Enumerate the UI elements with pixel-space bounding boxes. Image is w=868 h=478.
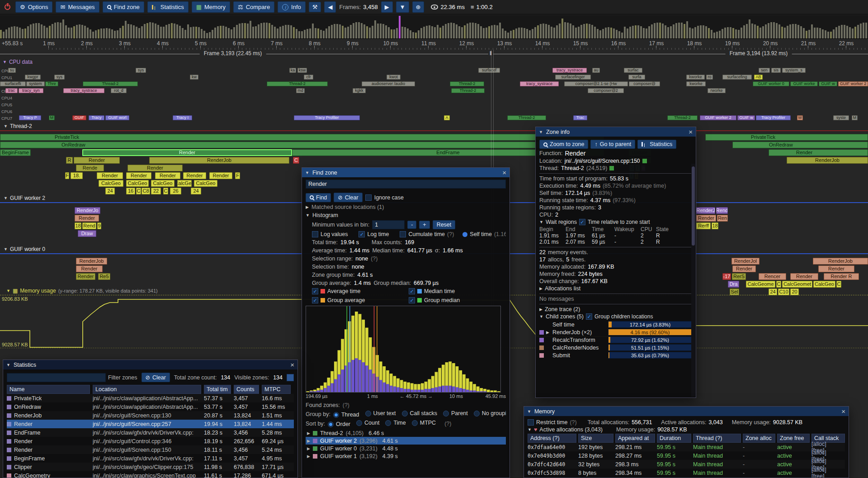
timeline-zone[interactable]: CalcGeo <box>194 180 217 187</box>
statistics-row[interactable]: Clipper jni/../jni/src/claw/gfx/geo/Clip… <box>7 463 294 471</box>
timeline-zone[interactable]: RenderJob <box>813 258 868 265</box>
statistics-row[interactable]: OnRedraw jni/../jni/src/claw/application… <box>7 402 294 411</box>
statistics-row[interactable]: EndFrame jni/../jni/src/claw/gfx/drv/vk/… <box>7 428 294 437</box>
alloc-callstack-link[interactable]: [alloc] <box>811 450 845 456</box>
zone-trace-toggle[interactable]: ▶Zone trace (2) <box>539 306 692 312</box>
column-header[interactable]: Size <box>578 434 613 443</box>
timeline-zone[interactable]: Rende <box>76 165 104 171</box>
timeline-zone[interactable]: Render <box>126 172 151 179</box>
collapse-icon[interactable]: ▼ <box>6 363 10 367</box>
group-children-checkbox[interactable] <box>586 313 592 320</box>
restrict-time-checkbox[interactable] <box>528 419 534 426</box>
timeline-zone[interactable]: 22 <box>151 188 161 194</box>
timeline-zone[interactable]: OnRedraw <box>732 142 868 148</box>
thread-zone-row[interactable]: BeginFrameRenderEndFrameUpdateRender <box>0 149 868 157</box>
timeline-zone[interactable]: OnRedraw <box>0 142 604 148</box>
radio-icon[interactable] <box>443 411 449 416</box>
timeline-zone[interactable]: Draw <box>78 230 96 237</box>
statistics-row[interactable]: Render jni/../jni/src/guif/Control.cpp:3… <box>7 437 294 445</box>
timeline-zone[interactable]: 18. <box>71 172 83 179</box>
source-file-swatch[interactable] <box>642 159 647 163</box>
histogram-option[interactable]: Log time <box>359 231 391 237</box>
radio-icon[interactable] <box>333 412 339 418</box>
close-icon[interactable]: × <box>290 361 294 368</box>
timeline-zone[interactable]: 18 <box>712 222 718 229</box>
sort-by-option[interactable]: Time <box>385 420 406 426</box>
zone-group-row[interactable]: GUIF worker 2(3,296)4.61 s <box>306 437 506 445</box>
timeline-zone[interactable]: 24 <box>191 188 201 194</box>
collapse-icon[interactable]: ▼ <box>539 130 543 134</box>
allocation-row[interactable]: 0x7dfaa64e00 192 bytes 298.21 ms 59.95 s… <box>528 443 845 451</box>
find-button[interactable]: Find <box>306 193 331 202</box>
timeline-zone[interactable]: CalcGeo <box>99 180 123 187</box>
timeline-zone[interactable]: Re5 <box>98 273 110 280</box>
increment-button[interactable]: + <box>419 221 429 229</box>
sort-by-option[interactable]: MTPC <box>412 420 436 426</box>
clear-filter-button[interactable]: ⊘Clear <box>142 373 170 382</box>
compare-button[interactable]: ⚖Compare <box>233 1 274 13</box>
allocation-row[interactable]: 0x7e049b3d00 128 bytes 298.27 ms 59.95 s… <box>528 451 845 460</box>
timeline-zone[interactable]: CalcGeo <box>151 180 175 187</box>
statistics-row[interactable]: BeginFrame jni/../jni/src/claw/gfx/drv/v… <box>7 454 294 463</box>
clear-button[interactable]: ⊘Clear <box>334 193 362 202</box>
histogram-plot[interactable] <box>306 306 501 393</box>
thread-zone-row[interactable]: OnRedrawOnRedraw <box>0 142 868 149</box>
timeline-zone[interactable]: CalcGeome <box>746 281 775 288</box>
timeline-zone[interactable]: Rend <box>716 207 728 214</box>
sort-by-option[interactable]: Order <box>328 421 350 427</box>
timeline-zone[interactable]: Render <box>209 172 232 179</box>
timeline-zone[interactable]: -17 <box>722 273 731 280</box>
timeline-zone[interactable]: 20 <box>790 289 799 295</box>
zone-group-row[interactable]: GUIF worker 0(3,231)4.48 s <box>306 445 506 452</box>
column-header[interactable]: Address (?) <box>528 434 576 443</box>
timeline-zone[interactable]: C <box>836 281 841 288</box>
timeline-zone[interactable]: Sel <box>730 289 739 295</box>
checkbox[interactable] <box>312 297 318 303</box>
radio-icon[interactable] <box>412 420 418 426</box>
close-icon[interactable]: × <box>502 169 506 176</box>
group-by-option[interactable]: User text <box>365 410 396 416</box>
child-zone-row[interactable]: ▶ Submit 35.63 µs (0.79%) <box>539 351 692 359</box>
timeline-zone[interactable]: Render <box>82 149 292 156</box>
timeline-zone[interactable]: F <box>235 172 240 179</box>
checkbox[interactable] <box>409 297 415 303</box>
statistics-row[interactable]: CalcGeometry jni/../jni/src/claw/graphic… <box>7 471 294 478</box>
checkbox[interactable] <box>312 288 318 294</box>
alloc-callstack-link[interactable]: [alloc] <box>811 467 845 473</box>
memory-button[interactable]: ▦Memory <box>192 1 230 13</box>
power-icon[interactable] <box>5 4 10 10</box>
timeline-zone[interactable]: C <box>136 188 141 194</box>
cpu-data-header[interactable]: ▼ CPU data <box>3 59 33 65</box>
timeline-zone[interactable]: Render R <box>824 273 859 280</box>
timeline-zone[interactable]: RenderJo <box>75 207 100 214</box>
timeline-zone[interactable]: C <box>293 157 299 164</box>
group-by-option[interactable]: Call stacks <box>402 410 437 416</box>
allocation-row[interactable]: 0x7dfc42d640 32 bytes 298.3 ms 59.95 s M… <box>528 460 845 469</box>
info-button[interactable]: iInfo <box>278 1 306 13</box>
active-allocations-toggle[interactable]: ▼ ♥ Active allocations (3,043) Memory us… <box>528 426 845 433</box>
timeline-zone[interactable]: RerS <box>732 273 746 280</box>
timeline-zone[interactable]: Render <box>183 172 206 179</box>
checkbox[interactable] <box>400 231 406 237</box>
radio-icon[interactable] <box>474 411 480 416</box>
timeline-zone[interactable]: PrivateTick <box>705 134 868 141</box>
sort-by-option[interactable]: Count <box>356 420 379 426</box>
statistics-row[interactable]: PrivateTick jni/../jni/src/claw/applicat… <box>7 394 294 402</box>
expand-icon[interactable]: ▶ <box>546 330 550 335</box>
collapse-icon[interactable]: ▼ <box>305 170 309 175</box>
filter-zones-input[interactable] <box>7 373 106 382</box>
statistics-button[interactable]: Statistics <box>147 1 189 13</box>
scrollbar[interactable] <box>691 164 695 397</box>
histogram-option[interactable]: Log values <box>312 231 350 237</box>
find-zone-titlebar[interactable]: ▼ Find zone × <box>302 168 509 177</box>
timeline-zone[interactable]: 26 <box>170 188 181 194</box>
child-zone-row[interactable]: ▶ Self time 172.14 µs (3.83%) <box>539 321 692 328</box>
timeline-zone[interactable]: C <box>776 281 781 288</box>
timeline-zone[interactable]: Rend <box>82 222 96 229</box>
statistics-titlebar[interactable]: ▼ Statistics × <box>3 360 297 369</box>
column-header[interactable]: Duration <box>657 434 691 443</box>
thread-header[interactable]: ▼Thread-2 <box>4 123 32 129</box>
child-zone-row[interactable]: ▶ RenderJob (×2) 4.16 ms (92.60%) <box>539 328 692 336</box>
close-icon[interactable]: × <box>841 408 845 415</box>
tools-button[interactable]: ⚒ <box>309 2 321 12</box>
